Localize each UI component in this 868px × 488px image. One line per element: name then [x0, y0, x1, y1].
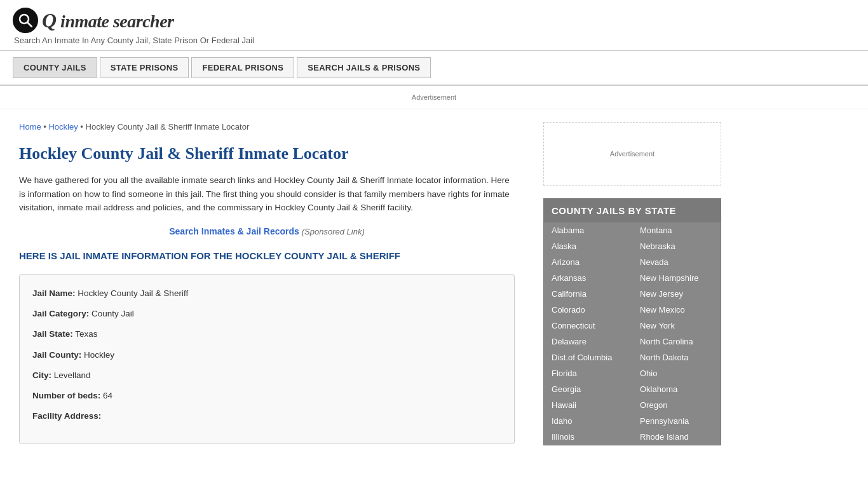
state-link-pennsylvania[interactable]: Pennsylvania [632, 413, 721, 429]
state-link-rhode-island[interactable]: Rhode Island [632, 429, 721, 445]
state-link-alaska[interactable]: Alaska [544, 238, 632, 254]
nav-bar: COUNTY JAILS STATE PRISONS FEDERAL PRISO… [0, 51, 868, 86]
breadcrumb-sep2: • [80, 122, 85, 132]
info-box: Jail Name: Hockley County Jail & Sheriff… [19, 274, 515, 444]
site-logo-text[interactable]: Q inmate searcher [42, 9, 174, 32]
nav-search-jails[interactable]: SEARCH JAILS & PRISONS [297, 57, 431, 78]
state-link-nebraska[interactable]: Nebraska [632, 238, 721, 254]
jail-state-row: Jail State: Texas [32, 328, 501, 341]
beds-row: Number of beds: 64 [32, 390, 501, 402]
jail-category-row: Jail Category: County Jail [32, 308, 501, 320]
jail-state-value: Texas [75, 329, 97, 339]
jail-name-label: Jail Name: [32, 288, 76, 298]
nav-county-jails[interactable]: COUNTY JAILS [13, 57, 97, 78]
state-link-oklahoma[interactable]: Oklahoma [632, 381, 721, 397]
jail-state-label: Jail State: [32, 329, 73, 339]
state-link-connecticut[interactable]: Connecticut [544, 318, 632, 334]
state-link-north-carolina[interactable]: North Carolina [632, 334, 721, 349]
breadcrumb-home[interactable]: Home [19, 122, 41, 132]
city-row: City: Levelland [32, 369, 501, 382]
state-link-new-jersey[interactable]: New Jersey [632, 286, 721, 302]
jail-county-label: Jail County: [32, 350, 81, 360]
jail-county-value: Hockley [84, 350, 114, 360]
jail-category-value-text: County Jail [92, 309, 134, 318]
sponsored-link-area: Search Inmates & Jail Records (Sponsored… [19, 226, 515, 236]
breadcrumb-hockley[interactable]: Hockley [48, 122, 78, 132]
sidebar-ad: Advertisement [543, 122, 721, 186]
state-list-grid: AlabamaAlaskaArizonaArkansasCaliforniaCo… [544, 222, 721, 445]
city-value: Levelland [54, 370, 91, 380]
site-tagline: Search An Inmate In Any County Jail, Sta… [13, 36, 855, 45]
state-link-arizona[interactable]: Arizona [544, 254, 632, 270]
state-link-hawaii[interactable]: Hawaii [544, 397, 632, 413]
ad-label-top: Advertisement [412, 93, 456, 101]
nav-state-prisons[interactable]: STATE PRISONS [100, 57, 189, 78]
main-layout: Home • Hockley • Hockley County Jail & S… [0, 109, 868, 458]
ad-banner-top: Advertisement [0, 86, 868, 109]
description-text: We have gathered for you all the availab… [19, 173, 515, 215]
nav-federal-prisons[interactable]: FEDERAL PRISONS [191, 57, 294, 78]
state-link-new-hampshire[interactable]: New Hampshire [632, 270, 721, 286]
jail-name-value-text: Hockley County Jail & Sheriff [78, 288, 188, 298]
sponsored-label: (Sponsored Link) [302, 227, 365, 236]
beds-label: Number of beds: [32, 391, 100, 400]
state-list-title: COUNTY JAILS BY STATE [544, 199, 721, 222]
logo-icon [13, 8, 38, 33]
state-link-illinois[interactable]: Illinois [544, 429, 632, 445]
state-link-california[interactable]: California [544, 286, 632, 302]
address-label: Facility Address: [32, 411, 101, 421]
header: Q inmate searcher Search An Inmate In An… [0, 0, 868, 51]
breadcrumb-current: Hockley County Jail & Sheriff Inmate Loc… [86, 122, 250, 132]
city-label: City: [32, 370, 51, 380]
state-link-florida[interactable]: Florida [544, 365, 632, 381]
state-link-colorado[interactable]: Colorado [544, 302, 632, 318]
address-row: Facility Address: [32, 410, 501, 423]
state-list-box: COUNTY JAILS BY STATE AlabamaAlaskaArizo… [543, 198, 721, 445]
state-col-right: MontanaNebraskaNevadaNew HampshireNew Je… [632, 222, 721, 445]
breadcrumb: Home • Hockley • Hockley County Jail & S… [19, 122, 515, 132]
state-link-delaware[interactable]: Delaware [544, 334, 632, 349]
page-title: Hockley County Jail & Sheriff Inmate Loc… [19, 144, 515, 163]
state-link-north-dakota[interactable]: North Dakota [632, 349, 721, 365]
jail-name-row: Jail Name: Hockley County Jail & Sheriff [32, 287, 501, 300]
sidebar-ad-label: Advertisement [610, 150, 654, 158]
beds-value: 64 [103, 391, 112, 400]
state-link-arkansas[interactable]: Arkansas [544, 270, 632, 286]
state-link-georgia[interactable]: Georgia [544, 381, 632, 397]
state-link-dist.of-columbia[interactable]: Dist.of Columbia [544, 349, 632, 365]
sidebar: Advertisement COUNTY JAILS BY STATE Alab… [534, 109, 731, 458]
state-link-new-mexico[interactable]: New Mexico [632, 302, 721, 318]
logo-area: Q inmate searcher [13, 8, 855, 33]
state-link-montana[interactable]: Montana [632, 222, 721, 238]
state-link-idaho[interactable]: Idaho [544, 413, 632, 429]
state-link-alabama[interactable]: Alabama [544, 222, 632, 238]
state-link-new-york[interactable]: New York [632, 318, 721, 334]
jail-county-row: Jail County: Hockley [32, 349, 501, 362]
svg-line-1 [27, 22, 32, 27]
state-link-oregon[interactable]: Oregon [632, 397, 721, 413]
sponsored-link[interactable]: Search Inmates & Jail Records [169, 226, 299, 236]
main-content: Home • Hockley • Hockley County Jail & S… [0, 109, 534, 458]
section-heading: HERE IS JAIL INMATE INFORMATION FOR THE … [19, 249, 515, 262]
jail-category-label: Jail Category: [32, 309, 89, 318]
state-link-nevada[interactable]: Nevada [632, 254, 721, 270]
state-link-ohio[interactable]: Ohio [632, 365, 721, 381]
state-col-left: AlabamaAlaskaArizonaArkansasCaliforniaCo… [544, 222, 632, 445]
